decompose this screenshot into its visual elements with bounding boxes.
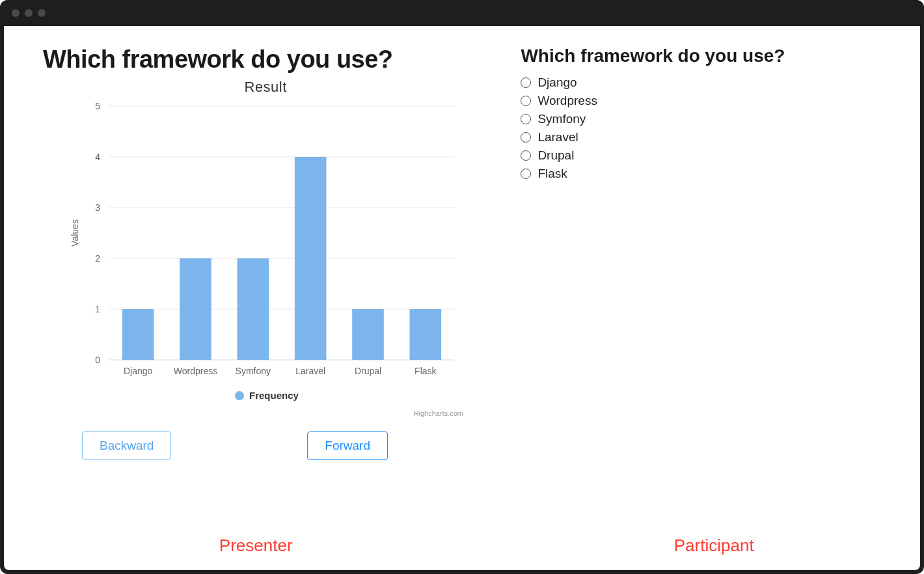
presenter-question-title: Which framework do you use? (43, 46, 488, 74)
option-row[interactable]: Drupal (521, 148, 894, 163)
options-list: DjangoWordpressSymfonyLaravelDrupalFlask (521, 75, 894, 181)
option-label: Laravel (537, 130, 578, 144)
option-row[interactable]: Wordpress (521, 94, 894, 108)
option-label: Django (537, 75, 577, 90)
window-min-dot[interactable] (25, 9, 33, 17)
legend-marker-icon (235, 391, 244, 400)
radio-icon (521, 114, 531, 124)
option-row[interactable]: Flask (521, 167, 894, 181)
chart-credits: Highcharts.com (414, 409, 463, 417)
x-tick-label: Laravel (295, 366, 325, 376)
y-axis-label: Values (70, 219, 80, 247)
participant-question-title: Which framework do you use? (521, 46, 894, 66)
participant-role-label: Participant (674, 536, 754, 556)
y-tick-label: 5 (95, 101, 100, 111)
x-tick-label: Drupal (355, 366, 381, 376)
option-label: Wordpress (537, 94, 597, 108)
option-row[interactable]: Laravel (521, 130, 894, 144)
bar (180, 258, 211, 360)
radio-icon (521, 150, 531, 161)
option-label: Drupal (537, 148, 574, 163)
bar (295, 157, 327, 360)
app-window: Which framework do you use? Result 01234… (0, 0, 924, 574)
window-max-dot[interactable] (38, 9, 46, 17)
forward-button[interactable]: Forward (307, 431, 388, 460)
y-tick-label: 1 (95, 304, 100, 314)
x-tick-label: Django (124, 366, 153, 376)
radio-icon (521, 96, 531, 106)
y-tick-label: 3 (95, 202, 100, 213)
option-row[interactable]: Django (521, 75, 894, 90)
option-label: Flask (537, 167, 567, 181)
participant-pane: Which framework do you use? DjangoWordpr… (508, 26, 920, 570)
x-tick-label: Symfony (236, 366, 271, 376)
window-titlebar (0, 0, 924, 26)
presenter-pane: Which framework do you use? Result 01234… (4, 26, 508, 570)
y-tick-label: 2 (95, 253, 100, 264)
radio-icon (521, 132, 531, 143)
content-area: Which framework do you use? Result 01234… (4, 26, 920, 570)
backward-button[interactable]: Backward (82, 431, 171, 460)
presenter-role-label: Presenter (219, 536, 293, 556)
bar (410, 309, 442, 360)
chart-credits-row: Highcharts.com (64, 408, 467, 420)
x-tick-label: Flask (414, 366, 437, 376)
option-label: Symfony (537, 112, 586, 126)
radio-icon (521, 77, 531, 88)
radio-icon (521, 169, 531, 179)
option-row[interactable]: Symfony (521, 112, 894, 126)
window-close-dot[interactable] (12, 9, 20, 17)
y-tick-label: 0 (95, 355, 100, 365)
chart-legend: Frequency (64, 386, 467, 405)
bar (122, 309, 154, 360)
legend-label: Frequency (249, 390, 299, 401)
x-tick-label: Wordpress (174, 366, 217, 376)
chart-title: Result (64, 79, 467, 96)
bar (352, 309, 384, 360)
bar (238, 258, 269, 360)
chart-container: Result 012345ValuesDjangoWordpressSymfon… (64, 79, 467, 422)
y-tick-label: 4 (95, 152, 100, 162)
bar-chart: 012345ValuesDjangoWordpressSymfonyLarave… (64, 100, 467, 386)
nav-button-row: Backward Forward (82, 431, 388, 460)
